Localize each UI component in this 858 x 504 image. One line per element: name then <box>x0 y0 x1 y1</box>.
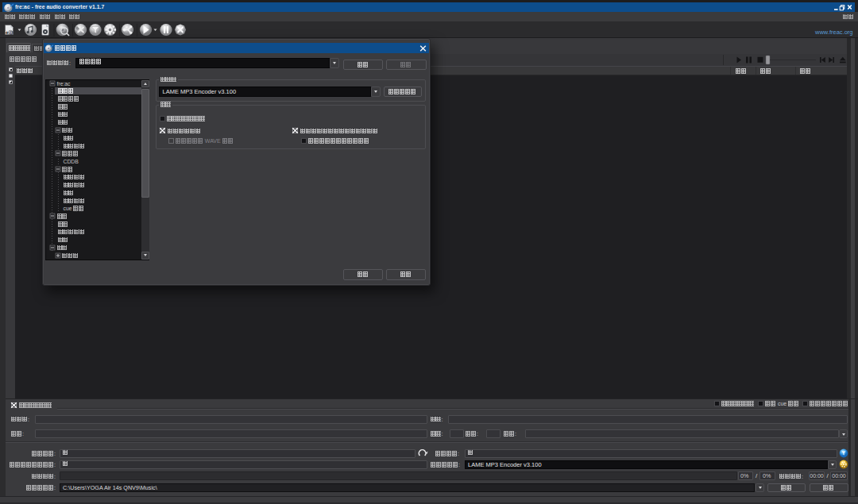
svg-text:+: + <box>6 30 9 36</box>
svg-text:@: @ <box>9 30 14 35</box>
